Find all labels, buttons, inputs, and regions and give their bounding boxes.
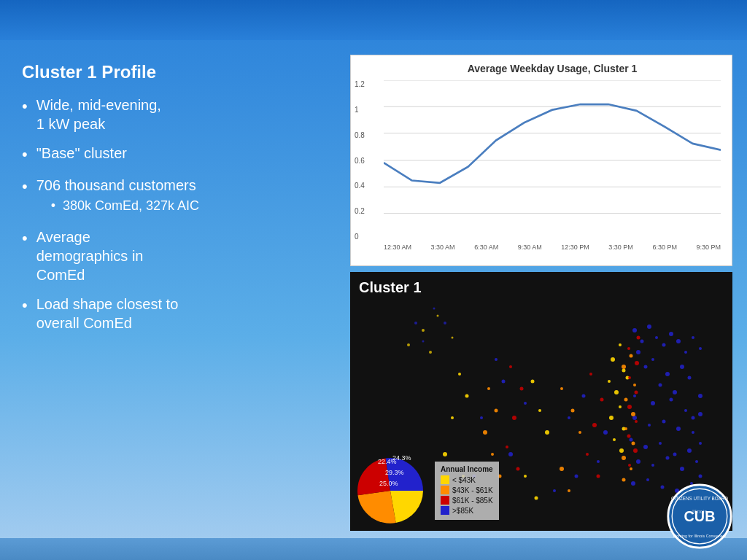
svg-point-43 <box>651 464 654 467</box>
svg-point-38 <box>659 442 662 445</box>
x-label: 6:30 PM <box>652 244 677 251</box>
svg-point-109 <box>635 361 639 365</box>
legend-title: Annual Income <box>441 465 493 473</box>
svg-point-33 <box>676 427 681 431</box>
svg-point-48 <box>631 481 635 486</box>
svg-point-117 <box>509 365 512 368</box>
svg-point-47 <box>699 475 703 478</box>
svg-point-41 <box>699 442 702 445</box>
sparse-north-dots <box>407 315 454 354</box>
svg-point-123 <box>600 398 604 402</box>
legend-item-1: < $43K <box>441 475 493 484</box>
x-label: 3:30 AM <box>431 244 455 251</box>
svg-point-121 <box>516 467 520 471</box>
svg-point-99 <box>483 430 487 435</box>
x-label: 9:30 PM <box>696 244 721 251</box>
svg-point-44 <box>666 456 670 460</box>
svg-point-77 <box>458 373 461 376</box>
svg-point-8 <box>647 324 651 329</box>
slide-container: Cluster 1 Profile Wide, mid-evening,1 kW… <box>0 0 747 560</box>
legend-label-2: $43K - $61K <box>452 486 493 494</box>
svg-point-68 <box>622 369 626 373</box>
svg-point-133 <box>433 308 436 310</box>
sub-list-item: 380k ComEd, 327k AIC <box>51 198 199 214</box>
svg-point-67 <box>611 357 615 362</box>
svg-point-115 <box>633 448 638 453</box>
list-item-text: Load shape closest tooverall ComEd <box>36 295 179 332</box>
svg-point-15 <box>644 365 648 369</box>
svg-point-87 <box>630 354 633 358</box>
y-label-02: 0.2 <box>355 207 365 215</box>
svg-point-36 <box>630 438 633 442</box>
svg-point-111 <box>635 391 638 394</box>
svg-point-119 <box>512 416 516 420</box>
svg-point-63 <box>553 489 556 492</box>
pie-overlay: 22.4% 29.3% 25.0% 24.3% Annual Income < … <box>357 458 499 524</box>
svg-point-134 <box>444 322 446 324</box>
svg-point-58 <box>524 402 527 405</box>
svg-point-131 <box>429 351 432 354</box>
legend-color-orange <box>441 486 449 494</box>
y-label-0: 0 <box>355 233 365 241</box>
svg-point-122 <box>589 373 592 376</box>
list-item: "Base" cluster <box>22 144 336 166</box>
legend-label-3: $61K - $85K <box>452 497 493 505</box>
y-label-04: 0.4 <box>355 182 365 190</box>
svg-point-60 <box>568 416 570 419</box>
svg-point-102 <box>560 387 563 390</box>
svg-text:Illinois: Illinois <box>692 508 707 515</box>
svg-point-50 <box>661 486 665 489</box>
y-label-06: 0.6 <box>355 157 365 165</box>
legend-label-4: >$85K <box>452 507 473 515</box>
svg-point-130 <box>452 337 454 339</box>
svg-point-78 <box>465 394 469 398</box>
svg-point-120 <box>506 446 508 448</box>
svg-point-125 <box>586 453 589 456</box>
svg-point-118 <box>520 387 524 391</box>
svg-point-127 <box>422 329 425 332</box>
svg-point-29 <box>692 416 695 420</box>
cub-logo-svg: CUB CITIZENS UTILITY BOARD Fighting for … <box>667 483 732 549</box>
x-label: 3:30 PM <box>608 244 633 251</box>
svg-point-73 <box>609 416 614 420</box>
svg-point-7 <box>640 340 644 343</box>
sparse-blue-north <box>414 308 446 343</box>
svg-point-37 <box>643 445 648 449</box>
svg-point-40 <box>687 448 692 453</box>
svg-point-126 <box>597 475 600 478</box>
chart-svg <box>384 80 721 241</box>
svg-point-116 <box>628 464 631 467</box>
svg-point-13 <box>651 358 654 361</box>
svg-point-88 <box>622 365 626 369</box>
legend-color-yellow <box>441 475 449 484</box>
pie-chart <box>357 458 423 524</box>
svg-point-57 <box>508 452 513 456</box>
top-stripe <box>0 0 747 40</box>
list-item-text: 706 thousand customers 380k ComEd, 327k … <box>36 176 199 217</box>
svg-point-104 <box>578 431 581 434</box>
svg-point-54 <box>495 358 498 361</box>
svg-point-21 <box>699 347 702 350</box>
list-item-text: Wide, mid-evening,1 kW peak <box>36 96 161 133</box>
pie-legend: Annual Income < $43K $43K - $61K $61K - … <box>435 462 499 520</box>
svg-point-6 <box>632 328 637 332</box>
svg-point-128 <box>437 315 439 317</box>
svg-point-66 <box>619 343 622 346</box>
svg-point-108 <box>627 347 630 350</box>
svg-point-114 <box>627 435 631 438</box>
svg-point-107 <box>637 336 640 340</box>
svg-point-32 <box>662 420 666 424</box>
sub-bullet-list: 380k ComEd, 327k AIC <box>36 198 199 214</box>
svg-point-25 <box>651 401 655 405</box>
svg-point-45 <box>680 467 684 471</box>
list-item: Averagedemographics inComEd <box>22 228 336 284</box>
legend-item-2: $43K - $61K <box>441 486 493 494</box>
svg-point-98 <box>495 409 498 413</box>
svg-point-79 <box>451 416 454 419</box>
svg-point-23 <box>688 376 692 380</box>
right-panel: Average Weekday Usage, Cluster 1 <box>350 47 732 531</box>
svg-point-19 <box>659 384 662 387</box>
svg-point-14 <box>676 339 681 343</box>
svg-point-72 <box>619 405 622 408</box>
svg-point-86 <box>535 497 538 500</box>
